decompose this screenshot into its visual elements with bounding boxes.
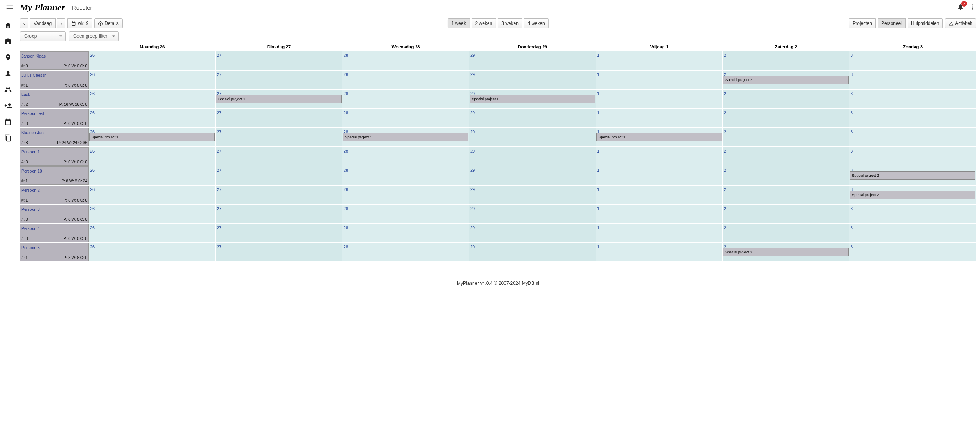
- day-cell[interactable]: 2: [723, 51, 849, 70]
- day-cell[interactable]: 1: [596, 224, 723, 242]
- day-cell[interactable]: 26: [89, 205, 216, 223]
- day-cell[interactable]: 26: [89, 51, 216, 70]
- tab-projecten[interactable]: Projecten: [849, 18, 876, 28]
- day-cell[interactable]: 1: [596, 205, 723, 223]
- day-cell[interactable]: 29: [469, 166, 596, 185]
- person-cell[interactable]: Persoon 10#: 1P: 8 W: 8 C: 24: [20, 166, 89, 185]
- range-3weken[interactable]: 3 weken: [498, 18, 522, 28]
- day-cell[interactable]: 1: [596, 166, 723, 185]
- day-cell[interactable]: 3: [849, 205, 976, 223]
- day-cell[interactable]: 28: [342, 205, 469, 223]
- day-cell[interactable]: 3Special project 2: [849, 186, 976, 204]
- day-cell[interactable]: 26: [89, 71, 216, 89]
- details-button[interactable]: Details: [94, 18, 123, 28]
- event-block[interactable]: Special project 1: [216, 95, 342, 103]
- day-cell[interactable]: 28: [342, 51, 469, 70]
- person-cell[interactable]: Persoon test#: 0P: 0 W: 0 C: 0: [20, 109, 89, 127]
- day-cell[interactable]: 3: [849, 147, 976, 166]
- person-cell[interactable]: Julius Caesar#: 1P: 8 W: 8 C: 0: [20, 71, 89, 89]
- day-cell[interactable]: 26: [89, 186, 216, 204]
- day-cell[interactable]: 2: [723, 147, 849, 166]
- tab-hulpmiddelen[interactable]: Hulpmiddelen: [908, 18, 943, 28]
- day-cell[interactable]: 27: [216, 166, 342, 185]
- day-cell[interactable]: 29: [469, 51, 596, 70]
- event-block[interactable]: Special project 1: [470, 95, 595, 103]
- building-icon[interactable]: [4, 38, 12, 45]
- day-cell[interactable]: 2: [723, 128, 849, 146]
- day-cell[interactable]: 28Special project 1: [342, 128, 469, 146]
- person-cell[interactable]: Persoon 4#: 0P: 0 W: 0 C: 8: [20, 224, 89, 242]
- day-cell[interactable]: 3: [849, 128, 976, 146]
- prev-button[interactable]: ‹: [20, 18, 28, 28]
- tab-activiteit[interactable]: Activiteit: [945, 18, 976, 28]
- tab-personeel[interactable]: Personeel: [878, 18, 906, 28]
- day-cell[interactable]: 1: [596, 243, 723, 261]
- day-cell[interactable]: 26: [89, 224, 216, 242]
- day-cell[interactable]: 29: [469, 147, 596, 166]
- day-cell[interactable]: 28: [342, 224, 469, 242]
- day-cell[interactable]: 27Special project 1: [216, 90, 342, 108]
- calendar-icon[interactable]: [4, 118, 12, 126]
- day-cell[interactable]: 3: [849, 224, 976, 242]
- day-cell[interactable]: 27: [216, 205, 342, 223]
- day-cell[interactable]: 2: [723, 205, 849, 223]
- day-cell[interactable]: 28: [342, 71, 469, 89]
- copy-icon[interactable]: [4, 134, 12, 142]
- day-cell[interactable]: 29: [469, 205, 596, 223]
- week-picker-button[interactable]: wk: 9: [67, 18, 92, 28]
- range-1week[interactable]: 1 week: [447, 18, 470, 28]
- range-2weken[interactable]: 2 weken: [471, 18, 496, 28]
- day-cell[interactable]: 1: [596, 90, 723, 108]
- person-cell[interactable]: Jansen Klaas#: 0P: 0 W: 0 C: 0: [20, 51, 89, 70]
- group-select[interactable]: Groep: [20, 31, 66, 41]
- hamburger-button[interactable]: [4, 1, 15, 14]
- group-filter-select[interactable]: Geen groep filter: [69, 31, 119, 41]
- person-cell[interactable]: Persoon 5#: 1P: 8 W: 8 C: 0: [20, 243, 89, 261]
- event-block[interactable]: Special project 1: [343, 133, 468, 141]
- day-cell[interactable]: 26: [89, 109, 216, 127]
- event-block[interactable]: Special project 1: [596, 133, 722, 141]
- day-cell[interactable]: 2: [723, 186, 849, 204]
- day-cell[interactable]: 28: [342, 90, 469, 108]
- day-cell[interactable]: 28: [342, 147, 469, 166]
- day-cell[interactable]: 26: [89, 90, 216, 108]
- day-cell[interactable]: 3: [849, 109, 976, 127]
- event-block[interactable]: Special project 2: [850, 191, 975, 199]
- day-cell[interactable]: 2: [723, 166, 849, 185]
- group-icon[interactable]: [4, 86, 12, 94]
- day-cell[interactable]: 27: [216, 186, 342, 204]
- person-cell[interactable]: Persoon 3#: 0P: 0 W: 0 C: 0: [20, 205, 89, 223]
- home-icon[interactable]: [4, 21, 12, 29]
- event-block[interactable]: Special project 2: [723, 248, 849, 256]
- day-cell[interactable]: 3: [849, 71, 976, 89]
- person-cell[interactable]: Persoon 2#: 1P: 8 W: 8 C: 0: [20, 186, 89, 204]
- day-cell[interactable]: 1: [596, 71, 723, 89]
- next-button[interactable]: ›: [57, 18, 65, 28]
- event-block[interactable]: Special project 2: [723, 76, 849, 84]
- day-cell[interactable]: 27: [216, 147, 342, 166]
- day-cell[interactable]: 29: [469, 109, 596, 127]
- day-cell[interactable]: 27: [216, 51, 342, 70]
- day-cell[interactable]: 29: [469, 224, 596, 242]
- day-cell[interactable]: 1: [596, 51, 723, 70]
- day-cell[interactable]: 26: [89, 243, 216, 261]
- more-button[interactable]: [969, 3, 976, 12]
- day-cell[interactable]: 27: [216, 71, 342, 89]
- range-4weken[interactable]: 4 weken: [524, 18, 549, 28]
- day-cell[interactable]: 2: [723, 224, 849, 242]
- day-cell[interactable]: 28: [342, 166, 469, 185]
- day-cell[interactable]: 26: [89, 166, 216, 185]
- day-cell[interactable]: 29Special project 1: [469, 90, 596, 108]
- location-icon[interactable]: [4, 54, 12, 61]
- day-cell[interactable]: 29: [469, 243, 596, 261]
- day-cell[interactable]: 26Special project 1: [89, 128, 216, 146]
- day-cell[interactable]: 27: [216, 243, 342, 261]
- day-cell[interactable]: 27: [216, 109, 342, 127]
- day-cell[interactable]: 1: [596, 186, 723, 204]
- day-cell[interactable]: 2: [723, 109, 849, 127]
- day-cell[interactable]: 1: [596, 147, 723, 166]
- day-cell[interactable]: 1: [596, 109, 723, 127]
- person-cell[interactable]: Persoon 1#: 0P: 0 W: 0 C: 0: [20, 147, 89, 166]
- day-cell[interactable]: 27: [216, 224, 342, 242]
- day-cell[interactable]: 2: [723, 90, 849, 108]
